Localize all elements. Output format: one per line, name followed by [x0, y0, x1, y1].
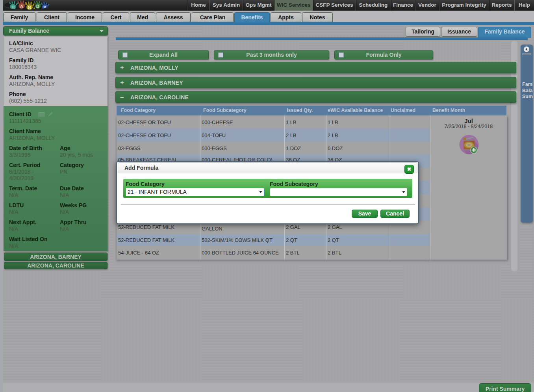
svg-text:A: A: [20, 4, 23, 9]
svg-text:H: H: [11, 5, 15, 9]
svg-text:N: N: [28, 5, 31, 10]
svg-text:D: D: [36, 4, 39, 9]
